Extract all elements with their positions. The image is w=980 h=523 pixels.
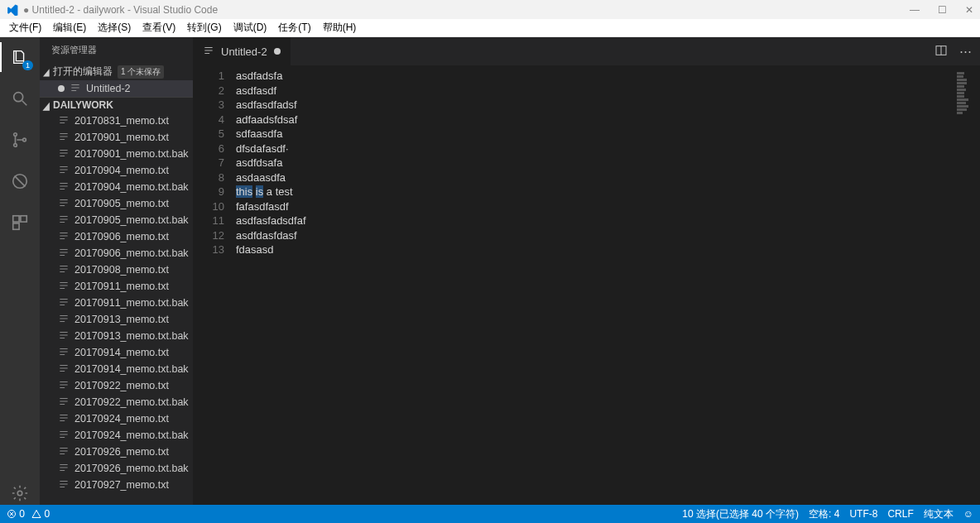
file-tree-item[interactable]: 20170911_memo.txt.bak — [40, 295, 193, 311]
file-name: 20170913_memo.txt.bak — [74, 330, 189, 342]
svg-rect-9 — [13, 223, 19, 229]
file-icon — [58, 478, 70, 492]
window-controls: — ☐ ✕ — [910, 4, 973, 16]
svg-rect-8 — [21, 216, 26, 222]
activity-search[interactable] — [8, 87, 31, 110]
open-editor-item[interactable]: Untitled-2 — [40, 80, 193, 97]
status-errors[interactable]: 0 — [7, 508, 25, 520]
file-name: 20170911_memo.txt.bak — [74, 297, 189, 309]
file-tree-item[interactable]: 20170924_memo.txt — [40, 410, 193, 427]
file-tree-item[interactable]: 20170906_memo.txt.bak — [40, 245, 193, 262]
menu-item[interactable]: 转到(G) — [181, 21, 227, 35]
file-tree-item[interactable]: 20170831_memo.txt — [40, 113, 193, 129]
file-tree-item[interactable]: 20170901_memo.txt.bak — [40, 146, 193, 162]
file-tree-item[interactable]: 20170905_memo.txt.bak — [40, 212, 193, 228]
feedback-icon[interactable]: ☺ — [963, 508, 973, 520]
vscode-logo-icon — [7, 4, 18, 16]
sidebar: 资源管理器 ◢ 打开的编辑器 1 个未保存 Untitled-2 ◢ DAILY… — [40, 37, 193, 505]
activity-source-control[interactable] — [8, 128, 31, 151]
file-tree-item[interactable]: 20170904_memo.txt.bak — [40, 179, 193, 195]
file-tree-item[interactable]: 20170908_memo.txt — [40, 262, 193, 278]
file-icon — [58, 164, 70, 178]
menu-item[interactable]: 任务(T) — [272, 21, 316, 35]
title-bar: ● Untitled-2 - dailywork - Visual Studio… — [0, 0, 980, 19]
split-editor-icon[interactable] — [934, 44, 948, 60]
tab-bar: Untitled-2 ⋯ — [193, 37, 980, 65]
file-name: 20170905_memo.txt — [74, 198, 169, 209]
menu-item[interactable]: 编辑(E) — [47, 21, 92, 35]
file-tree-item[interactable]: 20170922_memo.txt — [40, 377, 193, 394]
file-tree-item[interactable]: 20170913_memo.txt.bak — [40, 328, 193, 344]
file-tree-item[interactable]: 20170913_memo.txt — [40, 311, 193, 328]
file-icon — [58, 362, 70, 377]
minimap[interactable] — [957, 69, 968, 505]
file-name: 20170831_memo.txt — [74, 115, 169, 127]
svg-rect-7 — [13, 216, 19, 222]
file-icon — [58, 214, 70, 228]
activity-extensions[interactable] — [8, 211, 31, 234]
status-encoding[interactable]: UTF-8 — [849, 508, 877, 520]
menu-item[interactable]: 帮助(H) — [317, 21, 363, 35]
file-name: 20170908_memo.txt — [74, 264, 169, 276]
svg-point-0 — [14, 93, 23, 102]
file-icon — [58, 197, 70, 211]
chevron-down-icon: ◢ — [43, 99, 50, 110]
file-tree-item[interactable]: 20170911_memo.txt — [40, 278, 193, 295]
editor-actions: ⋯ — [934, 44, 980, 60]
activity-bar: 1 — [0, 37, 40, 505]
modified-dot-icon — [274, 48, 281, 55]
maximize-button[interactable]: ☐ — [938, 4, 947, 16]
minimize-button[interactable]: — — [910, 4, 920, 16]
file-name: 20170904_memo.txt.bak — [74, 181, 189, 193]
file-name: 20170901_memo.txt.bak — [74, 148, 189, 160]
svg-point-10 — [17, 491, 22, 496]
file-tree-item[interactable]: 20170914_memo.txt — [40, 344, 193, 361]
status-bar: 0 0 10 选择(已选择 40 个字符) 空格: 4 UTF-8 CRLF 纯… — [0, 505, 980, 523]
file-icon — [58, 131, 70, 145]
file-name: 20170927_memo.txt — [74, 479, 169, 491]
status-spaces[interactable]: 空格: 4 — [809, 507, 839, 521]
svg-point-3 — [14, 144, 17, 147]
code-area[interactable]: 12345678910111213 asdfadsfaasdfasdfasdfa… — [193, 65, 980, 505]
file-tree-item[interactable]: 20170924_memo.txt.bak — [40, 427, 193, 444]
file-icon — [58, 329, 70, 343]
file-tree-item[interactable]: 20170926_memo.txt — [40, 444, 193, 460]
file-tree-item[interactable]: 20170904_memo.txt — [40, 162, 193, 179]
file-icon — [58, 180, 70, 194]
file-tree-item[interactable]: 20170914_memo.txt.bak — [40, 361, 193, 377]
file-icon — [58, 247, 70, 261]
close-button[interactable]: ✕ — [965, 4, 973, 16]
file-tree-item[interactable]: 20170905_memo.txt — [40, 195, 193, 212]
activity-explorer[interactable]: 1 — [8, 46, 31, 69]
activity-settings[interactable] — [8, 482, 31, 505]
status-language[interactable]: 纯文本 — [924, 507, 954, 521]
file-name: 20170906_memo.txt — [74, 231, 169, 242]
status-warnings[interactable]: 0 — [31, 508, 50, 520]
unsaved-badge: 1 个未保存 — [118, 65, 164, 79]
menu-item[interactable]: 查看(V) — [137, 21, 181, 35]
status-eol[interactable]: CRLF — [887, 508, 913, 520]
file-icon — [58, 379, 70, 393]
file-tree-item[interactable]: 20170927_memo.txt — [40, 477, 193, 493]
file-name: 20170924_memo.txt — [74, 413, 169, 425]
file-tree-item[interactable]: 20170906_memo.txt — [40, 228, 193, 245]
file-icon — [58, 462, 70, 476]
file-tree-item[interactable]: 20170922_memo.txt.bak — [40, 394, 193, 410]
file-icon — [58, 346, 70, 360]
file-icon — [58, 313, 70, 327]
status-selection[interactable]: 10 选择(已选择 40 个字符) — [682, 507, 799, 521]
menu-item[interactable]: 调试(D) — [228, 21, 273, 35]
svg-point-2 — [14, 133, 17, 137]
menu-item[interactable]: 文件(F) — [3, 21, 47, 35]
more-actions-icon[interactable]: ⋯ — [959, 44, 972, 60]
folder-name: DAILYWORK — [53, 99, 113, 111]
file-name: 20170901_memo.txt — [74, 132, 169, 143]
file-tree-item[interactable]: 20170901_memo.txt — [40, 129, 193, 146]
folder-header[interactable]: ◢ DAILYWORK — [40, 97, 193, 113]
editor-tab[interactable]: Untitled-2 — [193, 37, 291, 65]
activity-debug[interactable] — [8, 170, 31, 193]
file-icon — [58, 263, 70, 277]
menu-item[interactable]: 选择(S) — [92, 21, 137, 35]
open-editors-header[interactable]: ◢ 打开的编辑器 1 个未保存 — [40, 63, 193, 80]
file-tree-item[interactable]: 20170926_memo.txt.bak — [40, 460, 193, 477]
